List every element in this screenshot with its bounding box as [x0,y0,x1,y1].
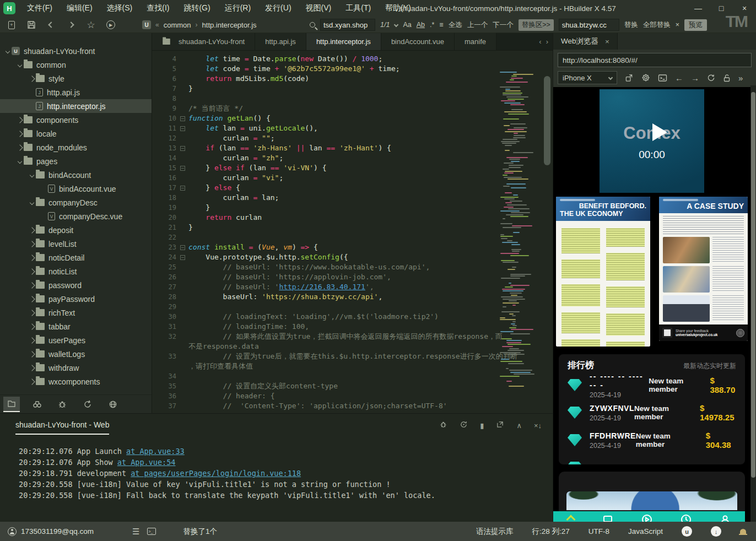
code-line[interactable]: 14 curlan = "zh"; [152,153,517,163]
code-line[interactable]: 4 let time = Date.parse(new Date()) / 10… [152,54,517,64]
terminal-icon[interactable]: >_ [147,528,156,535]
browser-refresh-icon[interactable] [707,74,715,82]
menu-item[interactable]: 跳转(G) [176,0,217,17]
match-case-toggle[interactable]: Aa [403,21,411,29]
tree-collapse-chevron-icon[interactable] [28,380,36,384]
video-player[interactable]: Comex 00:00 [600,89,704,193]
code-line[interactable]: 11 let lan = uni.getLocale(), [152,123,517,133]
tree-expand-chevron-icon[interactable] [28,201,36,204]
lock-open-icon[interactable] [723,74,731,82]
tree-collapse-chevron-icon[interactable] [15,118,24,122]
in-selection-icon[interactable]: ≡ [439,21,443,29]
fold-marker-icon[interactable] [176,143,188,153]
replace-input[interactable] [559,19,619,31]
code-line[interactable]: 8 [152,94,517,104]
save-icon[interactable] [26,20,36,30]
breadcrumb-file[interactable]: http.interceptor.js [202,21,257,29]
tree-collapse-chevron-icon[interactable] [28,283,36,288]
tree-item[interactable]: levelList [0,237,152,251]
tree-item[interactable]: Ushuadan-LvYou-front [0,44,152,58]
code-line[interactable]: 5 let code = time + '@62b7c5572a99ee1@' … [152,64,517,74]
menu-item[interactable]: 查找(I) [139,0,176,17]
ranking-item[interactable]: TRIBNWFP [568,454,736,464]
search-input[interactable] [320,19,375,31]
code-line[interactable]: 6 return md5Libs.md5(code) [152,74,517,84]
code-line[interactable]: 25 // baseUrl: 'https://www.bookatable-u… [152,262,517,272]
tree-collapse-chevron-icon[interactable] [15,132,24,136]
search-history-chevron-icon[interactable] [394,23,398,27]
code-line[interactable]: 26 // baseUrl: 'https://applovin-job.com… [152,272,517,282]
task-list-icon[interactable]: ☰ [132,527,139,537]
regex-toggle[interactable]: .* [430,21,434,29]
poster-case-study[interactable]: A CASE STUDY Share your feedback univers… [659,197,748,341]
language-mode[interactable]: JavaScript [628,527,663,535]
log-source-link[interactable]: at pages/userPages/login/login.vue:118 [131,469,301,478]
console-export-icon[interactable] [496,420,504,430]
find-next-button[interactable]: 下一个 [493,20,514,30]
menu-item[interactable]: 发行(U) [258,0,298,17]
notification-bell-icon[interactable] [740,529,746,534]
code-line[interactable]: 22 [152,232,517,242]
tree-collapse-chevron-icon[interactable] [28,228,36,232]
globe-plugin-icon[interactable] [105,397,121,412]
console-restart-icon[interactable] [460,420,468,430]
tree-collapse-chevron-icon[interactable] [28,366,36,370]
browser-panel-scrollbar[interactable] [750,85,756,522]
code-line[interactable]: 12 curlan = ""; [152,133,517,143]
tree-item[interactable]: Jhttp.interceptor.js [0,99,152,113]
breadcrumb-folder[interactable]: common [164,21,191,29]
console-close-icon[interactable]: ×↓ [534,421,542,430]
code-line[interactable]: 不是response.data [152,342,517,351]
replace-zone-button[interactable]: 替换区>> [519,19,554,31]
cursor-position[interactable]: 行:28 列:27 [532,527,569,537]
tree-collapse-chevron-icon[interactable] [28,77,36,81]
console-terminal-icon[interactable] [658,74,667,82]
uniapp-badge-icon[interactable]: u [682,526,692,537]
play-tab-icon[interactable] [641,514,652,522]
tree-item[interactable]: common [0,58,152,72]
tree-expand-chevron-icon[interactable] [3,50,12,53]
tree-item[interactable]: wxcomponents [0,375,152,388]
tree-item[interactable]: VcompanyDesc.vue [0,209,152,223]
tree-item[interactable]: bindAccount [0,168,152,182]
code-line[interactable]: 31 // loadingTime: 100, [152,322,517,332]
editor-scrollbar[interactable] [544,76,550,165]
tree-collapse-chevron-icon[interactable] [28,269,36,274]
tree-item[interactable]: components [0,113,152,127]
code-line[interactable]: 17 } else { [152,183,517,193]
code-line[interactable]: 29 [152,302,517,312]
scrollbar-thumb[interactable] [751,92,755,478]
tree-collapse-chevron-icon[interactable] [15,145,24,150]
code-line[interactable]: 23const install = (Vue, vm) => { [152,242,517,252]
browser-forward-icon[interactable]: → [691,73,699,83]
tree-collapse-chevron-icon[interactable] [28,256,36,260]
menu-item[interactable]: 编辑(E) [60,0,100,17]
menu-item[interactable]: 选择(S) [100,0,140,17]
log-source-link[interactable]: at App.vue:54 [117,458,176,467]
breadcrumb-collapse-icon[interactable]: « [155,21,159,29]
tree-collapse-chevron-icon[interactable] [28,324,36,329]
tree-collapse-chevron-icon[interactable] [28,311,36,315]
code-area[interactable]: 4 let time = Date.parse(new Date()) / 10… [152,51,553,413]
console-tab[interactable]: shuadan-LvYou-front - Web [15,420,109,435]
fold-marker-icon[interactable] [176,183,188,193]
editor-tab[interactable]: http.interceptor.js [306,33,381,50]
run-icon[interactable]: ▶ [106,20,116,30]
history-tab-icon[interactable] [681,514,692,522]
code-line[interactable]: 28 baseUrl: 'https://shua.btzyw.cc/api', [152,292,517,302]
browser-tab-close-icon[interactable]: × [605,37,609,46]
fold-marker-icon[interactable] [176,242,188,252]
tree-collapse-chevron-icon[interactable] [28,242,36,246]
tree-item[interactable]: noticList [0,264,152,278]
console-debug-icon[interactable] [439,420,447,430]
code-line[interactable]: 7} [152,84,517,94]
code-line[interactable]: 15 } else if (lan == 'vi-VN') { [152,163,517,173]
search-binoculars-icon[interactable] [29,397,45,412]
tree-item[interactable]: pages [0,154,152,168]
menu-item[interactable]: 运行(R) [218,0,258,17]
responsive-rotate-icon[interactable] [625,74,634,82]
editor-tab[interactable]: manife [455,33,496,50]
more-tools-icon[interactable]: » [738,73,743,83]
select-all-button[interactable]: 全选 [449,20,462,30]
profile-tab-icon[interactable] [720,514,731,522]
